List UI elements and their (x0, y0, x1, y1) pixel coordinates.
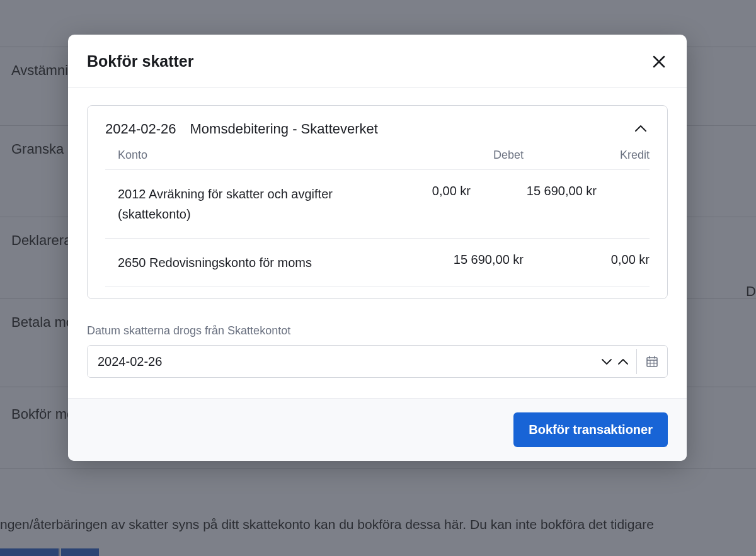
bg-blue (61, 548, 99, 556)
date-calendar-button[interactable] (636, 349, 667, 374)
chevron-up-icon (634, 125, 647, 132)
modal-title: Bokför skatter (87, 52, 194, 71)
svg-rect-0 (647, 358, 657, 366)
bg-blue (0, 548, 60, 556)
transaction-table: Konto Debet Kredit 2012 Avräkning för sk… (88, 149, 667, 298)
modal-header: Bokför skatter (68, 35, 687, 88)
cell-konto: 2012 Avräkning för skatter och avgifter … (118, 184, 357, 224)
close-icon (652, 55, 666, 69)
col-header-konto: Konto (118, 149, 410, 162)
cell-konto: 2650 Redovisningskonto för moms (118, 252, 410, 273)
table-row: 2012 Avräkning för skatter och avgifter … (105, 170, 650, 239)
cell-kredit: 15 690,00 kr (471, 184, 597, 224)
collapse-button[interactable] (632, 122, 650, 137)
date-input-label: Datum skatterna drogs från Skattekontot (87, 324, 668, 338)
chevron-down-icon (601, 358, 612, 365)
cell-debet: 0,00 kr (357, 184, 471, 224)
table-head: Konto Debet Kredit (105, 149, 650, 170)
date-increment-button[interactable] (615, 355, 631, 369)
cell-debet: 15 690,00 kr (410, 252, 524, 273)
table-row: 2650 Redovisningskonto för moms 15 690,0… (105, 239, 650, 287)
transaction-description: Momsdebitering - Skatteverket (190, 121, 378, 137)
cell-kredit: 0,00 kr (524, 252, 650, 273)
date-decrement-button[interactable] (598, 355, 615, 369)
submit-button[interactable]: Bokför transaktioner (513, 412, 668, 447)
transaction-date: 2024-02-26 (105, 121, 176, 137)
bg-right-letter: D (746, 283, 756, 300)
date-input[interactable] (88, 346, 598, 377)
bg-bottom-text: ngen/återbäringen av skatter syns på dit… (0, 512, 756, 537)
modal-footer: Bokför transaktioner (68, 398, 687, 461)
chevron-up-icon (617, 358, 629, 365)
calendar-icon (646, 355, 658, 368)
date-input-wrapper (87, 345, 668, 378)
modal-dialog: Bokför skatter 2024-02-26 Momsdebitering… (68, 35, 687, 461)
modal-body: 2024-02-26 Momsdebitering - Skatteverket… (68, 88, 687, 398)
transaction-card: 2024-02-26 Momsdebitering - Skatteverket… (87, 105, 668, 299)
card-header[interactable]: 2024-02-26 Momsdebitering - Skatteverket (88, 106, 667, 149)
col-header-kredit: Kredit (524, 149, 650, 162)
col-header-debet: Debet (410, 149, 524, 162)
close-button[interactable] (650, 53, 668, 71)
